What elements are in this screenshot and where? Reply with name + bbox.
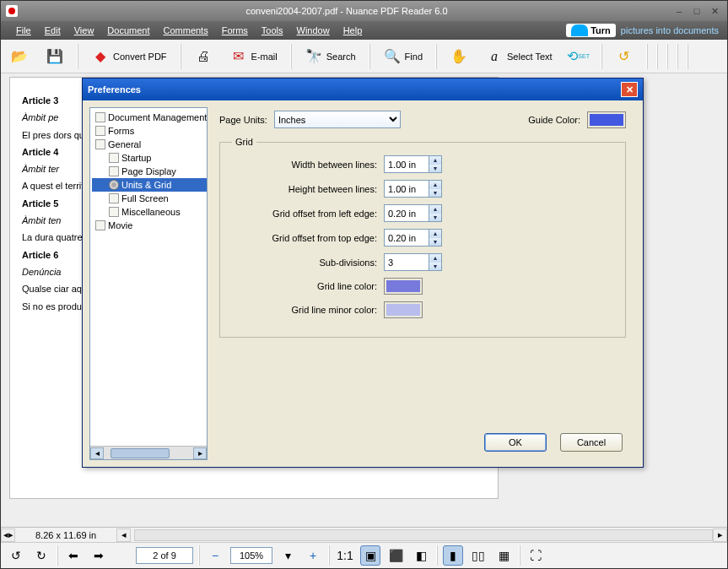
zoom-in-button[interactable]: + xyxy=(303,545,323,566)
view-toolbar: ↺ ↻ ⬅ ➡ − ▾ + 1:1 ▣ ⬛ ◧ ▮ ▯▯ ▦ ⛶ xyxy=(1,542,727,568)
cancel-button[interactable]: Cancel xyxy=(560,433,623,452)
turn-sub-label: pictures into documents xyxy=(616,25,719,35)
tree-item-startup[interactable]: Startup xyxy=(92,151,208,165)
save-button[interactable]: 💾 xyxy=(40,45,70,68)
spin-up-icon[interactable]: ▲ xyxy=(429,181,441,189)
convert-pdf-button[interactable]: ◆Convert PDF xyxy=(85,45,173,68)
spin-down-icon[interactable]: ▼ xyxy=(429,214,441,222)
maximize-button[interactable]: □ xyxy=(689,4,704,18)
find-button[interactable]: 🔍Find xyxy=(377,45,429,68)
spin-down-icon[interactable]: ▼ xyxy=(429,263,441,271)
fullscreen-button[interactable]: ⛶ xyxy=(526,545,546,566)
spin-up-icon[interactable]: ▲ xyxy=(429,254,441,263)
dialog-titlebar[interactable]: Preferences ✕ xyxy=(83,79,643,100)
tree-item-miscellaneous[interactable]: Miscellaneous xyxy=(92,205,208,219)
fit-width-button[interactable]: ⬛ xyxy=(386,545,406,566)
set-tool-button[interactable]: ⟲SET xyxy=(564,45,594,68)
menu-forms[interactable]: Forms xyxy=(215,23,255,38)
select-text-button[interactable]: aSelect Text xyxy=(479,45,558,68)
tree-item-general[interactable]: General xyxy=(92,138,208,151)
zoom-input[interactable] xyxy=(230,547,272,564)
height-between-lines-spinner[interactable]: ▲▼ xyxy=(384,180,442,198)
width-between-lines-spinner[interactable]: ▲▼ xyxy=(384,155,442,173)
undo-button[interactable]: ↺ xyxy=(609,45,639,68)
scroll-right-button[interactable]: ▸ xyxy=(193,447,207,459)
main-toolbar: 📂 💾 ◆Convert PDF 🖨 ✉E-mail 🔭Search 🔍Find… xyxy=(1,40,727,73)
subdiv-input[interactable] xyxy=(384,253,429,271)
tree-item-document-management[interactable]: Document Management S xyxy=(92,111,208,124)
rotate-cw-button[interactable]: ↻ xyxy=(31,545,51,566)
page-number-input[interactable] xyxy=(136,547,193,564)
scroll-left-button[interactable]: ◂ xyxy=(90,447,104,459)
menu-edit[interactable]: Edit xyxy=(38,23,67,38)
color-swatch xyxy=(386,280,420,292)
spin-up-icon[interactable]: ▲ xyxy=(429,230,441,238)
spin-up-icon[interactable]: ▲ xyxy=(429,205,441,214)
hscroll-right-button[interactable]: ▸ xyxy=(713,528,727,542)
document-area[interactable]: Article 3 Àmbit pe El pres dors que a le… xyxy=(1,73,727,527)
continuous-button[interactable]: ▯▯ xyxy=(468,545,488,566)
spin-down-icon[interactable]: ▼ xyxy=(429,189,441,198)
ok-button[interactable]: OK xyxy=(484,433,547,452)
find-icon: 🔍 xyxy=(383,47,402,66)
width-between-lines-label: Width between lines: xyxy=(232,160,377,170)
next-page-button[interactable]: ➡ xyxy=(89,545,109,566)
email-button[interactable]: ✉E-mail xyxy=(224,45,283,68)
print-button[interactable]: 🖨 xyxy=(188,45,218,68)
menu-help[interactable]: Help xyxy=(337,23,369,38)
menu-file[interactable]: File xyxy=(9,23,38,38)
tree-horizontal-scrollbar[interactable]: ◂ ▸ xyxy=(90,446,207,459)
turn-banner[interactable]: Turn xyxy=(566,24,616,37)
open-icon: 📂 xyxy=(10,47,29,66)
grid-line-minor-color-button[interactable] xyxy=(384,301,423,318)
spin-up-icon[interactable]: ▲ xyxy=(429,156,441,165)
fit-visible-button[interactable]: ◧ xyxy=(411,545,431,566)
single-page-button[interactable]: ▮ xyxy=(443,545,463,566)
tree-item-units-grid[interactable]: Units & Grid xyxy=(92,178,208,192)
status-left-button[interactable]: ◂▸ xyxy=(1,528,15,542)
spin-down-icon[interactable]: ▼ xyxy=(429,238,441,247)
page-units-select[interactable]: Inches xyxy=(274,111,401,128)
scroll-thumb[interactable] xyxy=(111,448,170,458)
sub-divisions-spinner[interactable]: ▲▼ xyxy=(384,253,442,271)
hand-tool-button[interactable]: ✋ xyxy=(444,45,474,68)
hscroll-left-button[interactable]: ◂ xyxy=(116,528,131,542)
rotate-ccw-button[interactable]: ↺ xyxy=(6,545,26,566)
menu-view[interactable]: View xyxy=(67,23,101,38)
minimize-button[interactable]: – xyxy=(671,4,687,18)
fit-page-button[interactable]: ▣ xyxy=(360,545,380,566)
select-text-label: Select Text xyxy=(507,51,553,62)
grid-offset-top-spinner[interactable]: ▲▼ xyxy=(384,229,442,247)
search-button[interactable]: 🔭Search xyxy=(299,45,362,68)
menu-tools[interactable]: Tools xyxy=(255,23,290,38)
dialog-close-button[interactable]: ✕ xyxy=(621,82,638,97)
close-button[interactable]: ✕ xyxy=(707,4,722,18)
guide-color-label: Guide Color: xyxy=(528,115,580,125)
offset-top-input[interactable] xyxy=(384,229,429,247)
page-icon xyxy=(109,193,119,203)
height-input[interactable] xyxy=(384,180,429,198)
width-input[interactable] xyxy=(384,155,429,173)
hscroll-track[interactable] xyxy=(134,529,713,541)
grid-line-color-button[interactable] xyxy=(384,278,423,295)
menu-document[interactable]: Document xyxy=(100,23,156,38)
zoom-dropdown-button[interactable]: ▾ xyxy=(278,545,298,566)
menu-window[interactable]: Window xyxy=(290,23,337,38)
actual-size-button[interactable]: 1:1 xyxy=(335,545,355,566)
prev-page-button[interactable]: ⬅ xyxy=(63,545,84,566)
offset-left-input[interactable] xyxy=(384,204,429,222)
tree-item-full-screen[interactable]: Full Screen xyxy=(92,192,208,205)
guide-color-button[interactable] xyxy=(587,111,626,128)
grid-offset-left-spinner[interactable]: ▲▼ xyxy=(384,204,442,222)
zoom-out-button[interactable]: − xyxy=(205,545,225,566)
spin-down-icon[interactable]: ▼ xyxy=(429,165,441,173)
menu-comments[interactable]: Comments xyxy=(157,23,215,38)
tree-item-forms[interactable]: Forms xyxy=(92,124,208,138)
preferences-tree[interactable]: Document Management S Forms General Star… xyxy=(89,107,208,460)
undo-icon: ↺ xyxy=(615,47,634,66)
facing-button[interactable]: ▦ xyxy=(493,545,514,566)
select-text-icon: a xyxy=(485,47,504,66)
tree-item-movie[interactable]: Movie xyxy=(92,219,208,232)
open-button[interactable]: 📂 xyxy=(4,45,35,68)
tree-item-page-display[interactable]: Page Display xyxy=(92,165,208,178)
